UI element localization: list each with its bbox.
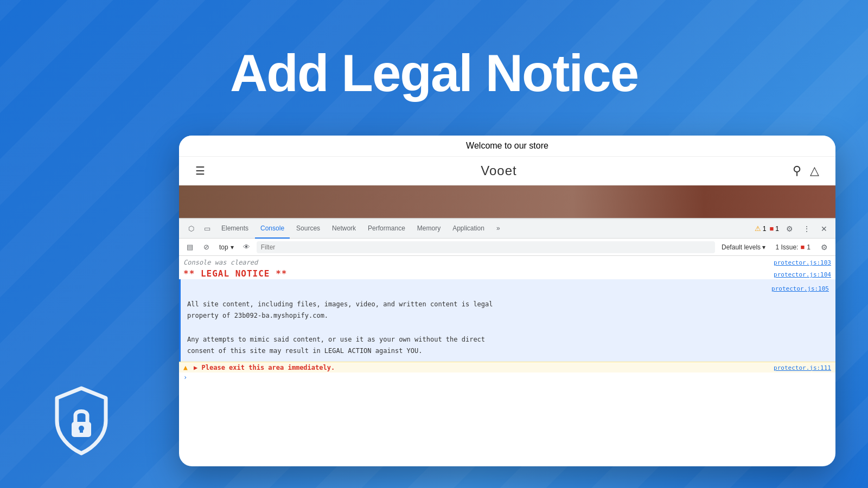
eye-icon[interactable]: 👁 [240,241,253,254]
error-badge: ■ 1 [769,224,779,233]
chevron-down-icon: ▾ [231,243,234,251]
console-filter-input[interactable] [257,241,715,253]
store-logo: Vooet [481,163,516,178]
console-cleared-row: Console was cleared protector.js:103 [179,258,835,268]
dropdown-arrow-icon: ▾ [762,243,765,251]
browser-address-bar: Welcome to our store [179,136,835,157]
tab-network[interactable]: Network [327,219,361,239]
warning-icon: ⚠ [755,224,761,233]
devtools-panel: ⬡ ▭ Elements Console Sources Network Per… [179,218,835,384]
cart-icon[interactable]: △ [810,164,819,178]
store-banner [179,185,835,218]
page-title: Add Legal Notice [0,43,868,103]
more-options-icon[interactable]: ⋮ [800,222,814,236]
notice-line-1: All site content, including files, image… [187,299,829,311]
issue-error-icon: ■ [800,243,805,251]
error-icon: ■ [769,224,774,233]
sidebar-toggle-icon[interactable]: ▤ [183,241,196,254]
search-icon[interactable]: ⚲ [793,164,801,178]
console-content: Console was cleared protector.js:103 ** … [179,256,835,384]
issues-button[interactable]: 1 Issue: ■ 1 [772,242,814,252]
notice-line-2: property of 23b092-ba.myshopify.com. [187,310,829,322]
devtools-cursor-icon[interactable]: ⬡ [183,221,199,236]
warning-link[interactable]: protector.js:111 [774,364,831,371]
warning-badge: ⚠ 1 [755,224,767,233]
settings-icon[interactable]: ⚙ [782,222,796,236]
address-text: Welcome to our store [466,141,548,150]
legal-notice-heading-row: ** LEGAL NOTICE ** protector.js:104 [179,268,835,279]
tab-more[interactable]: » [491,219,506,239]
clear-console-icon[interactable]: ⊘ [200,241,213,254]
console-caret-row[interactable]: › [179,373,835,382]
warn-triangle-icon: ▲ [183,363,188,371]
notice-box: protector.js:105 All site content, inclu… [179,279,835,362]
close-devtools-icon[interactable]: ✕ [817,222,831,236]
devtools-tabs-right: ⚠ 1 ■ 1 ⚙ ⋮ ✕ [755,222,831,236]
notice-box-link[interactable]: protector.js:105 [771,284,829,294]
console-warning-row: ▲ ▶ Please exit this area immediately. p… [179,362,835,373]
navbar-icons: ⚲ △ [793,164,819,178]
tab-memory[interactable]: Memory [412,219,446,239]
console-cleared-text: Console was cleared [183,259,258,266]
tab-sources[interactable]: Sources [291,219,326,239]
tab-elements[interactable]: Elements [216,219,254,239]
devtools-mobile-icon[interactable]: ▭ [200,221,215,236]
notice-line-3: Any attempts to mimic said content, or u… [187,334,829,346]
warning-arrow: ▶ [194,364,197,371]
notice-line-4: consent of this site may result in LEGAL… [187,345,829,357]
console-toolbar: ▤ ⊘ top ▾ 👁 Default levels ▾ 1 Issue: ■ … [179,239,835,256]
browser-window: Welcome to our store ☰ Vooet ⚲ △ ⬡ ▭ Ele… [179,136,835,466]
context-selector[interactable]: top ▾ [216,242,237,252]
svg-rect-2 [80,428,83,433]
default-levels-button[interactable]: Default levels ▾ [718,242,769,252]
legal-notice-heading: ** LEGAL NOTICE ** [183,268,287,279]
warning-content: ▲ ▶ Please exit this area immediately. [183,363,335,371]
store-navbar: ☰ Vooet ⚲ △ [179,157,835,185]
tab-application[interactable]: Application [447,219,490,239]
tab-performance[interactable]: Performance [362,219,411,239]
legal-notice-link[interactable]: protector.js:104 [774,271,831,278]
shield-lock-icon [43,383,119,461]
console-settings-icon[interactable]: ⚙ [817,240,831,254]
cleared-link[interactable]: protector.js:103 [774,259,831,266]
tab-console[interactable]: Console [255,219,290,239]
hamburger-menu-icon[interactable]: ☰ [195,164,205,177]
caret-icon: › [183,374,187,381]
warning-text: Please exit this area immediately. [202,364,335,371]
devtools-tabs-bar: ⬡ ▭ Elements Console Sources Network Per… [179,219,835,239]
